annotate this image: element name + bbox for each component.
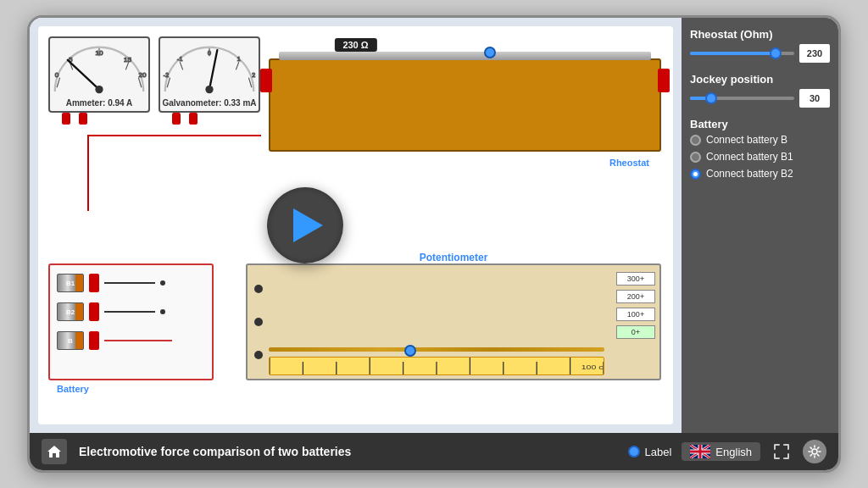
- rheostat-slider-row: 230: [690, 44, 830, 63]
- battery-panel-title: Battery: [690, 118, 830, 130]
- pot-left-terminals: [254, 265, 263, 379]
- sim-background: 0 5 10 15 20 Ammeter: 0.94 A: [38, 26, 673, 424]
- battery-option-2[interactable]: Connect battery B2: [690, 168, 830, 180]
- battery-b-wire: [104, 340, 172, 341]
- rheostat-slider-thumb[interactable]: [770, 47, 782, 59]
- svg-point-23: [205, 86, 213, 93]
- battery-option-2-label: Connect battery B2: [706, 168, 793, 180]
- battery-b1-wire: [104, 282, 155, 284]
- rheostat-value-box: 230: [799, 44, 830, 63]
- galv-pin-left: [172, 113, 181, 125]
- pot-jockey: [404, 345, 416, 357]
- pot-readings: 300+ 200+ 100+ 0+: [616, 272, 655, 339]
- fullscreen-icon: [774, 444, 789, 459]
- wire-left-v: [87, 135, 89, 211]
- rheostat-connector-right: [658, 69, 670, 92]
- reading-100: 100+: [616, 308, 655, 321]
- jockey-slider-thumb[interactable]: [705, 92, 717, 104]
- battery-b2-cell: B2: [57, 302, 84, 321]
- battery-b1-dot: [160, 280, 165, 286]
- label-dot-icon: [628, 446, 640, 458]
- pot-resistance-wire: [269, 347, 604, 352]
- jockey-section: Jockey position 30: [690, 73, 830, 109]
- battery-section: Battery Connect battery B Connect batter…: [690, 118, 830, 180]
- flag-icon: [690, 445, 710, 458]
- battery-b-row: B: [57, 331, 212, 350]
- rheostat-panel-title: Rheostat (Ohm): [690, 28, 830, 41]
- home-button[interactable]: [42, 439, 67, 464]
- battery-option-0-label: Connect battery B: [706, 134, 787, 146]
- radio-b-circle[interactable]: [690, 135, 701, 146]
- pot-scale-bar: 100 cm: [269, 357, 604, 375]
- galv-pin-right: [189, 113, 198, 125]
- svg-text:10: 10: [95, 49, 103, 57]
- pot-dot-1: [254, 285, 263, 293]
- wire-top-left: [87, 135, 261, 136]
- rheostat-slider-track[interactable]: [690, 52, 794, 55]
- ammeter-pin-left: [62, 113, 70, 125]
- svg-text:0: 0: [208, 50, 211, 56]
- right-panel: Rheostat (Ohm) 230 Jockey position: [682, 18, 838, 433]
- jockey-value-box: 30: [799, 89, 830, 108]
- pot-dot-2: [254, 318, 263, 326]
- svg-text:1: 1: [237, 56, 241, 62]
- bottom-bar: Electromotive force comparison of two ba…: [30, 433, 838, 470]
- radio-b1-circle[interactable]: [690, 152, 701, 163]
- simulation-title: Electromotive force comparison of two ba…: [79, 445, 616, 458]
- ammeter-box: 0 5 10 15 20 Ammeter: 0.94 A: [48, 36, 150, 113]
- svg-point-38: [812, 449, 817, 454]
- battery-b1-row: B1: [57, 274, 212, 292]
- svg-text:-2: -2: [164, 72, 169, 78]
- rheostat-connector-left: [260, 69, 272, 92]
- battery-option-1[interactable]: Connect battery B1: [690, 151, 830, 163]
- battery-box: Battery B1 B2: [48, 263, 214, 380]
- label-text: Label: [645, 446, 672, 458]
- rheostat-slider-fill: [690, 52, 776, 55]
- battery-b1-cell: B1: [57, 274, 84, 292]
- reading-200: 200+: [616, 290, 655, 303]
- battery-b2-dot: [160, 309, 165, 314]
- reading-0: 0+: [616, 325, 655, 339]
- svg-text:2: 2: [252, 72, 255, 78]
- svg-line-10: [68, 60, 99, 90]
- home-icon: [47, 444, 62, 459]
- radio-b2-circle[interactable]: [690, 169, 701, 180]
- jockey-slider-row: 30: [690, 89, 830, 108]
- settings-button[interactable]: [803, 440, 826, 463]
- jockey-slider-track[interactable]: [690, 97, 794, 100]
- rheostat-label: Rheostat: [609, 158, 649, 168]
- svg-marker-36: [47, 446, 61, 458]
- battery-option-1-label: Connect battery B1: [706, 151, 793, 163]
- battery-label: Battery: [57, 384, 89, 394]
- battery-radio-group: Connect battery B Connect battery B1 Con…: [690, 134, 830, 180]
- battery-b1-pin: [89, 274, 99, 292]
- rheostat-section: Rheostat (Ohm) 230: [690, 28, 830, 64]
- radio-b2-inner: [693, 172, 698, 176]
- label-toggle[interactable]: Label: [628, 446, 672, 458]
- galvanometer-box: -2 -1 0 1 2 Galvanometer: 0.33 mA: [159, 36, 260, 113]
- ammeter-pin-right: [79, 113, 87, 125]
- jockey-panel-title: Jockey position: [690, 73, 830, 86]
- battery-option-0[interactable]: Connect battery B: [690, 134, 830, 146]
- svg-text:20: 20: [139, 71, 147, 79]
- svg-text:100 cm: 100 cm: [581, 363, 604, 371]
- svg-text:15: 15: [124, 56, 132, 64]
- battery-b2-wire: [104, 311, 155, 313]
- rheostat-body: [269, 58, 661, 152]
- ammeter-label: Ammeter: 0.94 A: [66, 98, 133, 108]
- svg-line-22: [209, 50, 217, 89]
- scale-svg: 100 cm: [270, 358, 604, 374]
- play-button[interactable]: [267, 187, 343, 263]
- galvanometer-label: Galvanometer: 0.33 mA: [162, 98, 256, 108]
- pot-dot-3: [254, 351, 263, 359]
- main-canvas: 0 5 10 15 20 Ammeter: 0.94 A: [30, 18, 682, 433]
- fullscreen-button[interactable]: [771, 441, 793, 463]
- reading-300: 300+: [616, 272, 655, 286]
- language-button[interactable]: English: [682, 442, 760, 461]
- galvanometer-gauge-svg: -2 -1 0 1 2: [160, 38, 259, 97]
- ammeter-gauge-svg: 0 5 10 15 20: [50, 38, 148, 97]
- battery-b-pin: [89, 331, 99, 350]
- svg-line-13: [180, 62, 182, 69]
- app-frame: 0 5 10 15 20 Ammeter: 0.94 A: [27, 15, 841, 473]
- play-triangle-icon: [293, 208, 323, 242]
